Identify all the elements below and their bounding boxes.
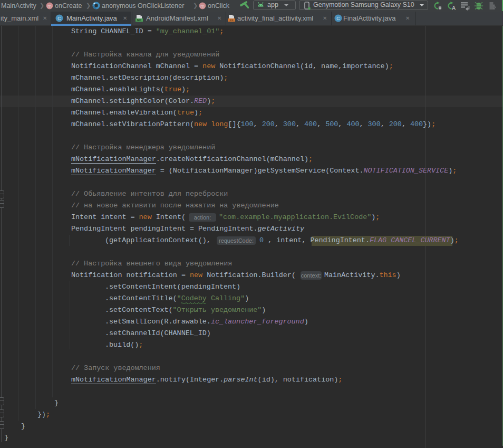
svg-text:C: C xyxy=(57,16,61,21)
svg-text:C: C xyxy=(336,16,340,21)
svg-text:A: A xyxy=(452,5,456,11)
svg-text:m: m xyxy=(200,3,205,9)
svg-text:m: m xyxy=(47,3,52,9)
svg-text:MF: MF xyxy=(137,18,142,22)
svg-text:<>: <> xyxy=(229,18,234,22)
